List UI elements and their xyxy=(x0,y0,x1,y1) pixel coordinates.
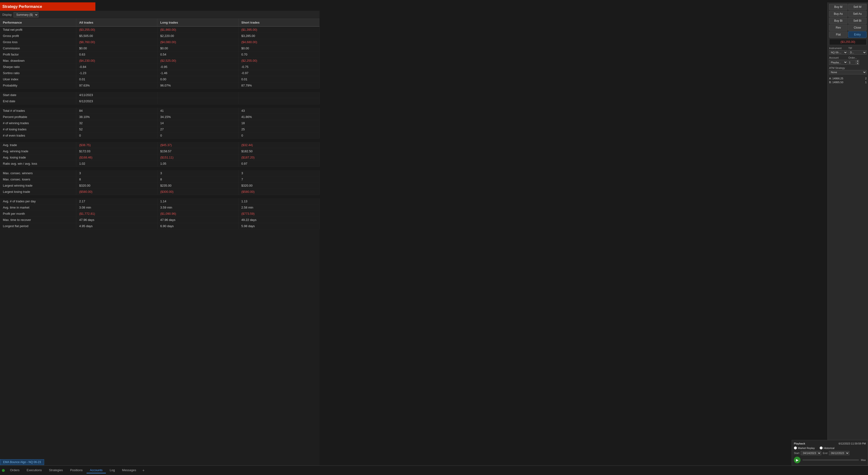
flat-button[interactable]: Flat xyxy=(829,31,847,38)
table-row: Ratio avg. win / avg. loss1.021.050.97 xyxy=(0,161,319,167)
play-button[interactable]: ▶ xyxy=(794,457,801,463)
col-short-trades: Short trades xyxy=(239,19,319,26)
price-b-row: B: 14865.50 1 xyxy=(829,80,867,84)
tab-strategies[interactable]: Strategies xyxy=(45,467,66,473)
tab-messages[interactable]: Messages xyxy=(119,467,140,473)
table-row: Largest losing trade($580.00)($300.00)($… xyxy=(0,189,319,195)
buy-bi-button[interactable]: Buy Bi xyxy=(829,18,847,24)
tif-label: TIF xyxy=(848,47,867,50)
playback-datetime: 6/12/2023 11:59:59 PM xyxy=(839,442,866,445)
account-label: Account xyxy=(829,56,847,59)
table-row: Longest flat period4.95 days6.90 days5.9… xyxy=(0,223,319,229)
table-row: Profit factor0.630.540.70 xyxy=(0,52,319,58)
atm-strategy-select[interactable]: None xyxy=(829,70,867,74)
table-row: Probability97.63%96.07%87.79% xyxy=(0,83,319,89)
tif-select[interactable]: D... xyxy=(848,50,867,55)
display-bar: Display Summary ($) xyxy=(0,11,319,19)
tab-log[interactable]: Log xyxy=(106,467,118,473)
ema-badge: EMA Bounce Algo - NQ 06-23 xyxy=(0,459,44,465)
table-row xyxy=(0,104,319,108)
table-row: Avg. losing trade($168.46)($151.11)($187… xyxy=(0,154,319,161)
close-button[interactable]: Close xyxy=(848,25,867,31)
market-replay-input[interactable] xyxy=(794,446,797,449)
qty-down-btn[interactable]: ▼ xyxy=(856,62,860,65)
table-row: Total # of trades844143 xyxy=(0,108,319,114)
table-body: Total net profit($3,255.00)($1,860.00)($… xyxy=(0,27,319,229)
table-row: Avg. winning trade$172.03$158.57$182.50 xyxy=(0,148,319,154)
market-replay-label: Market Replay xyxy=(798,447,815,449)
bottom-tab-bar: OrdersExecutionsStrategiesPositionsAccou… xyxy=(0,466,868,475)
table-row: Max. consec. losers887 xyxy=(0,177,319,183)
table-row: Avg. trade($38.75)($45.37)($32.44) xyxy=(0,142,319,148)
right-panel: Buy M Sell M Buy As Sell As Buy Bi Sell … xyxy=(828,2,868,466)
start-date-select[interactable]: 04/14/2023 xyxy=(801,451,821,455)
tab-accounts[interactable]: Accounts xyxy=(87,467,106,473)
market-replay-radio[interactable]: Market Replay xyxy=(794,446,815,449)
table-row: Max. drawdown($4,230.00)($2,525.00)($2,2… xyxy=(0,58,319,64)
playback-title: Playback xyxy=(794,442,805,445)
table-row: # of even trades000 xyxy=(0,132,319,139)
table-row: # of losing trades522725 xyxy=(0,126,319,132)
display-label: Display xyxy=(2,13,12,17)
table-row xyxy=(0,195,319,198)
sell-m-button[interactable]: Sell M xyxy=(848,4,867,10)
price-a-row: A: 14866.25 2 xyxy=(829,76,867,80)
table-row: Max. consec. winners333 xyxy=(0,170,319,177)
progress-bar[interactable] xyxy=(802,460,859,461)
display-select[interactable]: Summary ($) xyxy=(13,12,38,18)
tab-positions[interactable]: Positions xyxy=(67,467,86,473)
sell-as-button[interactable]: Sell As xyxy=(848,11,867,17)
table-row: Ulcer index0.010.000.01 xyxy=(0,76,319,83)
atm-strategy-label: ATM Strategy xyxy=(829,66,867,69)
instrument-label: Instrument xyxy=(829,47,847,50)
table-row: Profit per month($1,772.81)($1,090.96)($… xyxy=(0,211,319,217)
historical-label: Historical xyxy=(824,447,834,449)
end-label: End xyxy=(823,452,828,454)
table-row: Avg. time in market3.08 min3.59 min2.58 … xyxy=(0,204,319,211)
table-row: Max. time to recover47.96 days47.96 days… xyxy=(0,217,319,223)
historical-radio[interactable]: Historical xyxy=(819,446,834,449)
table-row: Sharpe ratio-0.84-0.95-0.75 xyxy=(0,64,319,70)
table-row: Gross loss($8,760.00)($4,080.00)($4,680.… xyxy=(0,39,319,45)
col-long-trades: Long trades xyxy=(157,19,239,26)
status-dot xyxy=(2,469,5,472)
end-date-select[interactable]: 06/12/2023 xyxy=(829,451,849,455)
qty-up-btn[interactable]: ▲ xyxy=(856,60,860,62)
max-label: Max xyxy=(861,458,866,462)
table-row: Largest winning trade$320.00$235.00$320.… xyxy=(0,183,319,189)
tab-plus[interactable]: + xyxy=(141,467,147,474)
instrument-select[interactable]: NQ 06-... xyxy=(829,50,847,55)
col-all-trades: All trades xyxy=(76,19,157,26)
col-performance: Performance xyxy=(0,19,76,26)
buy-as-button[interactable]: Buy As xyxy=(829,11,847,17)
price-a-qty: 2 xyxy=(865,77,867,80)
rev-button[interactable]: Rev xyxy=(829,25,847,31)
table-row xyxy=(0,139,319,142)
sell-bi-button[interactable]: Sell Bi xyxy=(848,18,867,24)
title-bar: Strategy Performance xyxy=(0,2,95,11)
order-qty-input[interactable] xyxy=(848,60,856,65)
price-b-label: B: 14865.50 xyxy=(829,81,843,84)
table-row: # of winning trades321418 xyxy=(0,120,319,126)
start-label: Start xyxy=(794,452,799,454)
table-row: Percent profitable38.10%34.15%41.86% xyxy=(0,114,319,120)
pnl-value: ($3,255.00) xyxy=(829,39,867,45)
app-title: Strategy Performance xyxy=(2,4,42,9)
table-row: Gross profit$5,505.00$2,220.00$3,285.00 xyxy=(0,33,319,39)
tab-orders[interactable]: Orders xyxy=(7,467,23,473)
entry-button[interactable]: Entry xyxy=(848,31,867,38)
tab-executions[interactable]: Executions xyxy=(23,467,45,473)
buy-m-button[interactable]: Buy M xyxy=(829,4,847,10)
table-row xyxy=(0,89,319,92)
price-a-label: A: 14866.25 xyxy=(829,77,843,80)
playback-panel: Playback 6/12/2023 11:59:59 PM Market Re… xyxy=(792,440,868,466)
performance-table: Performance All trades Long trades Short… xyxy=(0,19,319,466)
historical-input[interactable] xyxy=(819,446,823,449)
price-b-qty: 1 xyxy=(865,81,867,84)
account-select[interactable]: Playba... xyxy=(829,60,847,65)
table-row: Start date4/11/2023 xyxy=(0,92,319,98)
table-row: Total net profit($3,255.00)($1,860.00)($… xyxy=(0,27,319,33)
table-row: Avg. # of trades per day2.171.141.13 xyxy=(0,198,319,204)
table-row xyxy=(0,167,319,170)
order-label: Order... xyxy=(848,56,867,59)
